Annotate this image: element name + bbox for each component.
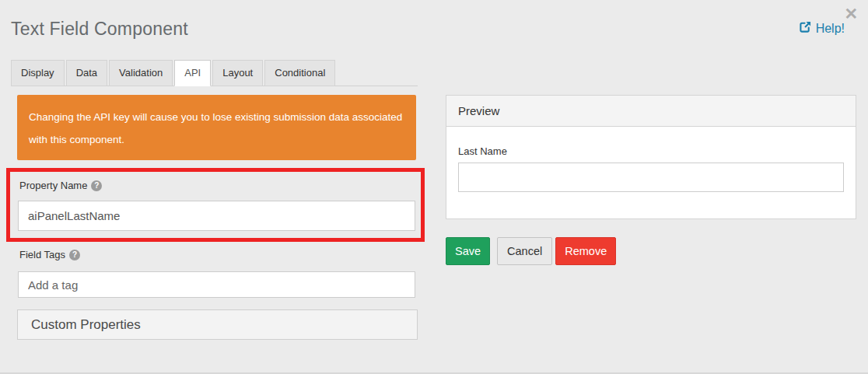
external-link-icon	[800, 21, 811, 36]
tab-api[interactable]: API	[174, 60, 211, 86]
question-circle-icon[interactable]: ?	[69, 250, 80, 260]
remove-button[interactable]: Remove	[555, 237, 616, 265]
action-button-row: Save Cancel Remove	[446, 237, 616, 265]
tab-conditional[interactable]: Conditional	[264, 60, 335, 86]
save-button[interactable]: Save	[446, 237, 490, 265]
preview-panel: Preview Last Name	[446, 95, 856, 219]
cancel-button[interactable]: Cancel	[497, 237, 552, 265]
help-link-label: Help!	[816, 22, 845, 36]
preview-panel-title: Preview	[446, 96, 856, 127]
tab-bar: Display Data Validation API Layout Condi…	[11, 60, 418, 86]
preview-last-name-input[interactable]	[458, 163, 844, 192]
tab-validation[interactable]: Validation	[109, 60, 173, 86]
page-title: Text Field Component	[11, 19, 188, 40]
api-key-warning-alert: Changing the API key will cause you to l…	[17, 95, 416, 160]
property-name-input[interactable]	[18, 201, 415, 231]
tab-data[interactable]: Data	[66, 60, 107, 86]
custom-properties-panel-header[interactable]: Custom Properties	[17, 309, 418, 340]
preview-panel-body: Last Name	[446, 127, 856, 192]
help-link[interactable]: Help!	[800, 21, 845, 36]
property-name-label-text: Property Name	[19, 180, 87, 191]
preview-field-label: Last Name	[458, 145, 844, 157]
field-tags-label: Field Tags ?	[19, 249, 80, 260]
property-name-label: Property Name ?	[19, 180, 102, 191]
tab-display[interactable]: Display	[11, 60, 65, 86]
field-tags-label-text: Field Tags	[19, 249, 65, 260]
question-circle-icon[interactable]: ?	[91, 180, 102, 191]
tab-layout[interactable]: Layout	[212, 60, 263, 86]
field-tags-input[interactable]	[18, 271, 415, 298]
text-field-component-dialog: ✕ Help! Text Field Component Display Dat…	[0, 0, 868, 374]
